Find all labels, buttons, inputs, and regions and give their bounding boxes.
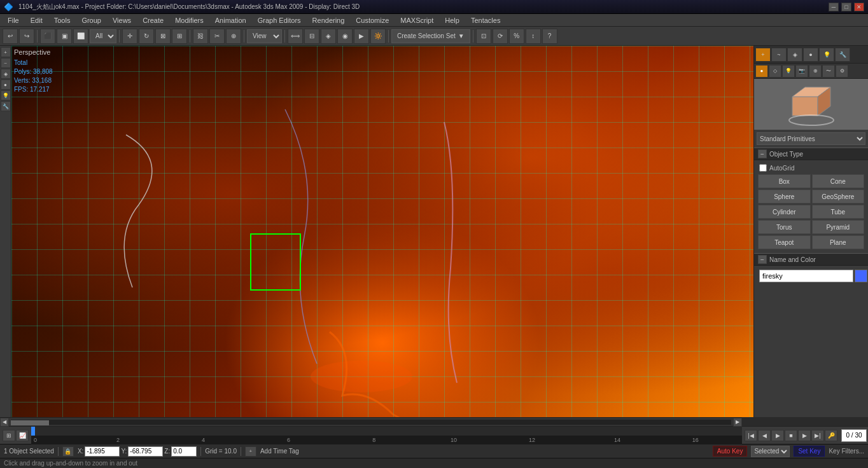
play-button[interactable]: ▶ xyxy=(771,430,784,441)
spacewarps-btn[interactable]: 〜 xyxy=(822,65,835,78)
align-button[interactable]: ⊟ xyxy=(304,29,319,44)
menu-graph-editors[interactable]: Graph Editors xyxy=(253,15,306,25)
sphere-button[interactable]: Sphere xyxy=(758,189,811,203)
scroll-left-button[interactable]: ◀ xyxy=(0,418,9,427)
mirror-button[interactable]: ⟺ xyxy=(288,29,303,44)
cameras-btn[interactable]: 📷 xyxy=(795,65,808,78)
angle-snap-button[interactable]: ⟳ xyxy=(493,29,508,44)
systems-btn[interactable]: ⚙ xyxy=(836,65,848,78)
selection-set-dropdown-icon[interactable]: ▼ xyxy=(458,32,465,39)
menu-help[interactable]: Help xyxy=(440,15,465,25)
viewport[interactable]: Perspective Total Polys: 38,808 Verts: 3… xyxy=(11,46,753,417)
open-mini-curve-editor-button[interactable]: 📈 xyxy=(16,430,29,441)
torus-button[interactable]: Torus xyxy=(758,220,811,234)
teapot-button[interactable]: Teapot xyxy=(758,235,811,249)
geometry-btn[interactable]: ● xyxy=(755,65,768,78)
z-coord-input[interactable] xyxy=(171,446,197,457)
key-filters-label[interactable]: Key Filters... xyxy=(829,448,864,455)
view-dropdown[interactable]: View xyxy=(247,29,282,43)
autogrid-checkbox[interactable] xyxy=(759,164,767,172)
object-type-toggle[interactable]: − xyxy=(758,149,767,158)
frame-counter[interactable]: 0 / 30 xyxy=(841,429,867,442)
menu-maxscript[interactable]: MAXScript xyxy=(395,15,438,25)
menu-rendering[interactable]: Rendering xyxy=(307,15,350,25)
go-to-end-button[interactable]: ▶| xyxy=(811,430,824,441)
color-swatch[interactable] xyxy=(855,270,867,282)
menu-views[interactable]: Views xyxy=(108,15,136,25)
key-mode-button[interactable]: 🔑 xyxy=(825,430,837,441)
menu-file[interactable]: File xyxy=(3,15,24,25)
filter-dropdown[interactable]: All xyxy=(90,29,116,43)
bind-space-warp-button[interactable]: ⊕ xyxy=(226,29,241,44)
tube-button[interactable]: Tube xyxy=(812,205,865,219)
motion-panel-btn[interactable]: ● xyxy=(1,79,11,90)
box-button[interactable]: Box xyxy=(758,174,811,188)
set-key-button[interactable]: Set Key xyxy=(794,446,825,457)
menu-group[interactable]: Group xyxy=(76,15,106,25)
display-panel-btn[interactable]: 💡 xyxy=(1,90,11,100)
menu-customize[interactable]: Customize xyxy=(351,15,394,25)
timeline-bar[interactable]: 0 2 4 6 8 10 12 14 16 xyxy=(31,427,742,444)
menu-tentacles[interactable]: Tentacles xyxy=(466,15,505,25)
undo-button[interactable]: ↩ xyxy=(3,29,18,44)
modify-tab[interactable]: ~ xyxy=(771,48,787,62)
helpers-btn[interactable]: ⊕ xyxy=(809,65,822,78)
lock-selection-button[interactable]: 🔒 xyxy=(62,446,74,457)
selected-dropdown[interactable]: Selected xyxy=(751,446,790,457)
menu-animation[interactable]: Animation xyxy=(210,15,251,25)
close-button[interactable]: ✕ xyxy=(854,3,864,11)
quick-render-button[interactable]: ▶ xyxy=(354,29,369,44)
unlink-button[interactable]: ✂ xyxy=(209,29,225,44)
shapes-btn[interactable]: ◇ xyxy=(769,65,781,78)
minimize-button[interactable]: ─ xyxy=(829,3,839,11)
scroll-right-button[interactable]: ▶ xyxy=(733,418,742,427)
create-selection-set-field[interactable]: Create Selection Set ▼ xyxy=(391,29,470,43)
select-move-button[interactable]: ✛ xyxy=(122,29,137,44)
go-to-start-button[interactable]: |◀ xyxy=(745,430,757,441)
select-rotate-button[interactable]: ↻ xyxy=(139,29,154,44)
render-last-button[interactable]: 🔆 xyxy=(370,29,386,44)
material-editor-button[interactable]: ◈ xyxy=(321,29,336,44)
name-color-header[interactable]: − Name and Color xyxy=(754,253,868,266)
name-color-toggle[interactable]: − xyxy=(758,255,767,264)
next-frame-button[interactable]: ▶ xyxy=(798,430,811,441)
percent-snap-button[interactable]: % xyxy=(509,29,524,44)
redo-button[interactable]: ↪ xyxy=(19,29,34,44)
name-input[interactable] xyxy=(759,270,853,282)
menu-tools[interactable]: Tools xyxy=(49,15,76,25)
create-tab[interactable]: + xyxy=(755,48,771,62)
pyramid-button[interactable]: Pyramid xyxy=(812,220,865,234)
scroll-track[interactable] xyxy=(10,419,732,425)
select-scale-button[interactable]: ⊠ xyxy=(155,29,171,44)
select-name-button[interactable]: ▣ xyxy=(57,29,72,44)
help-button[interactable]: ? xyxy=(542,29,557,44)
reference-coord-button[interactable]: ⊞ xyxy=(172,29,187,44)
select-button[interactable]: ⬛ xyxy=(40,29,55,44)
geosphere-button[interactable]: GeoSphere xyxy=(812,189,865,203)
motion-tab[interactable]: ● xyxy=(803,48,818,62)
prev-frame-button[interactable]: ◀ xyxy=(758,430,771,441)
hierarchy-panel-btn[interactable]: ◈ xyxy=(1,69,11,79)
auto-key-button[interactable]: Auto Key xyxy=(713,446,748,457)
render-setup-button[interactable]: ◉ xyxy=(337,29,353,44)
stop-button[interactable]: ■ xyxy=(785,430,797,441)
maximize-button[interactable]: □ xyxy=(841,3,851,11)
standard-primitives-select[interactable]: Standard Primitives xyxy=(757,132,865,145)
x-coord-input[interactable] xyxy=(85,446,120,457)
add-time-tag-button[interactable]: + xyxy=(245,446,256,457)
lights-btn[interactable]: 💡 xyxy=(782,65,795,78)
modify-panel-btn[interactable]: ~ xyxy=(1,58,11,68)
cone-button[interactable]: Cone xyxy=(812,174,865,188)
menu-edit[interactable]: Edit xyxy=(25,15,48,25)
snap-toggle-button[interactable]: ⊡ xyxy=(476,29,491,44)
select-region-button[interactable]: ⬜ xyxy=(73,29,88,44)
menu-modifiers[interactable]: Modifiers xyxy=(170,15,209,25)
utility-tab[interactable]: 🔧 xyxy=(835,48,850,62)
plane-button[interactable]: Plane xyxy=(812,235,865,249)
menu-create[interactable]: Create xyxy=(137,15,169,25)
create-panel-btn[interactable]: + xyxy=(1,47,11,57)
link-button[interactable]: ⛓ xyxy=(193,29,208,44)
utilities-panel-btn[interactable]: 🔧 xyxy=(1,101,11,111)
cylinder-button[interactable]: Cylinder xyxy=(758,205,811,219)
object-type-header[interactable]: − Object Type xyxy=(754,148,868,160)
